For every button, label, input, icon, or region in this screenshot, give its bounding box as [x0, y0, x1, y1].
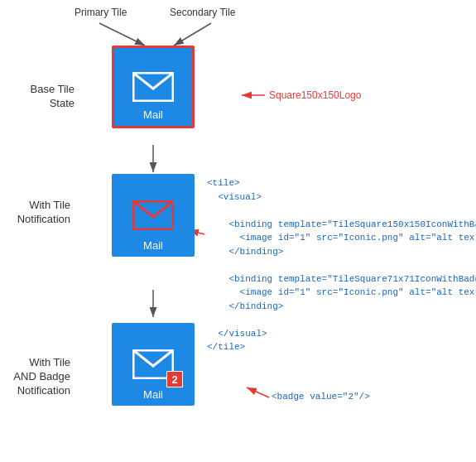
code-line-2: <visual>	[207, 190, 476, 205]
code-block-2: <tile> <visual> <binding template="TileS…	[207, 176, 476, 354]
primary-tile-label: Primary Tile	[75, 7, 127, 18]
code-line-5: <image id="1" src="Iconic.png" alt="alt …	[207, 231, 476, 245]
code-line-6: </binding>	[207, 245, 476, 259]
tile-3-mail-label: Mail	[112, 388, 195, 401]
code-line-1: <tile>	[207, 176, 476, 190]
diagram-container: Primary Tile Secondary Tile Base Tile St…	[0, 0, 476, 462]
code-line-4: <binding template="TileSquare150x150Icon…	[207, 218, 476, 232]
code-line-3	[207, 204, 476, 218]
code-line-11	[207, 313, 476, 327]
code-line-9: <image id="1" src="Iconic.png" alt="alt …	[207, 286, 476, 300]
square150-annotation: Square150x150Logo	[269, 89, 361, 101]
secondary-tile-label: Secondary Tile	[170, 7, 235, 18]
tile-3: 2 Mail	[112, 323, 195, 406]
code-line-12: </visual>	[207, 327, 476, 341]
tile-2-mail-label: Mail	[112, 239, 195, 252]
section-2-label: With Tile Notification	[4, 199, 70, 227]
badge-annotation: <badge value="2"/>	[272, 392, 370, 402]
badge-number: 2	[166, 371, 183, 387]
tile-2: Mail	[112, 174, 195, 257]
tile-1: Mail	[112, 46, 195, 128]
section-3-label: With Tile AND Badge Notification	[4, 356, 70, 398]
tile-1-mail-label: Mail	[114, 108, 192, 121]
code-line-10: </binding>	[207, 300, 476, 314]
svg-line-7	[247, 387, 269, 397]
section-1-label: Base Tile State	[4, 83, 75, 111]
code-line-7	[207, 258, 476, 272]
svg-line-2	[99, 23, 145, 46]
envelope-icon-1	[132, 72, 174, 102]
code-line-13: </tile>	[207, 340, 476, 354]
code-line-8: <binding template="TileSquare71x71IconWi…	[207, 272, 476, 286]
envelope-icon-2	[132, 200, 174, 230]
svg-line-3	[174, 23, 211, 46]
